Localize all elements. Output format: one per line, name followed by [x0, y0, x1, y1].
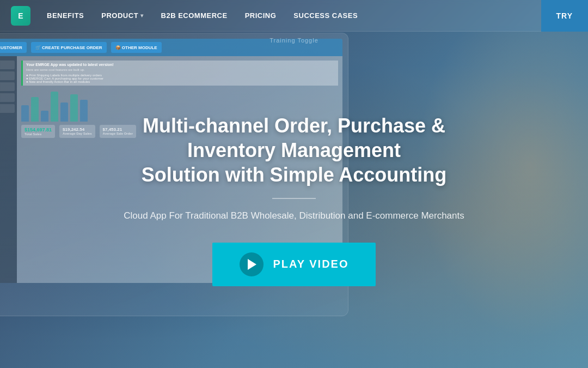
hero-title: Multi-channel Order, Purchase & Inventor… [109, 113, 479, 187]
logo-icon: E [11, 6, 30, 26]
chevron-down-icon: ▾ [140, 13, 144, 19]
nav-item-b2b[interactable]: B2B ECOMMERCE [161, 11, 228, 20]
nav-items: BENEFITS PRODUCT ▾ B2B ECOMMERCE PRICING… [47, 11, 541, 20]
nav-item-pricing[interactable]: PRICING [245, 11, 277, 20]
play-video-button[interactable]: PLAY VIDEO [212, 243, 376, 286]
play-icon [240, 252, 264, 276]
hero-divider [272, 198, 316, 199]
navbar: E BENEFITS PRODUCT ▾ B2B ECOMMERCE PRICI… [0, 0, 588, 32]
nav-item-benefits[interactable]: BENEFITS [47, 11, 84, 20]
hero-subtitle: Cloud App For Traditional B2B Wholesale,… [124, 209, 464, 223]
play-button-label: PLAY VIDEO [273, 258, 349, 270]
nav-item-product[interactable]: PRODUCT ▾ [101, 11, 143, 20]
nav-item-success-cases[interactable]: SUCCESS CASES [293, 11, 358, 20]
try-button[interactable]: TRY [541, 0, 588, 32]
logo[interactable]: E [11, 6, 30, 26]
training-toggle-label: Training Toggle [270, 37, 318, 44]
play-triangle-icon [248, 259, 256, 270]
hero-section: Training Toggle Multi-channel Order, Pur… [0, 32, 588, 368]
